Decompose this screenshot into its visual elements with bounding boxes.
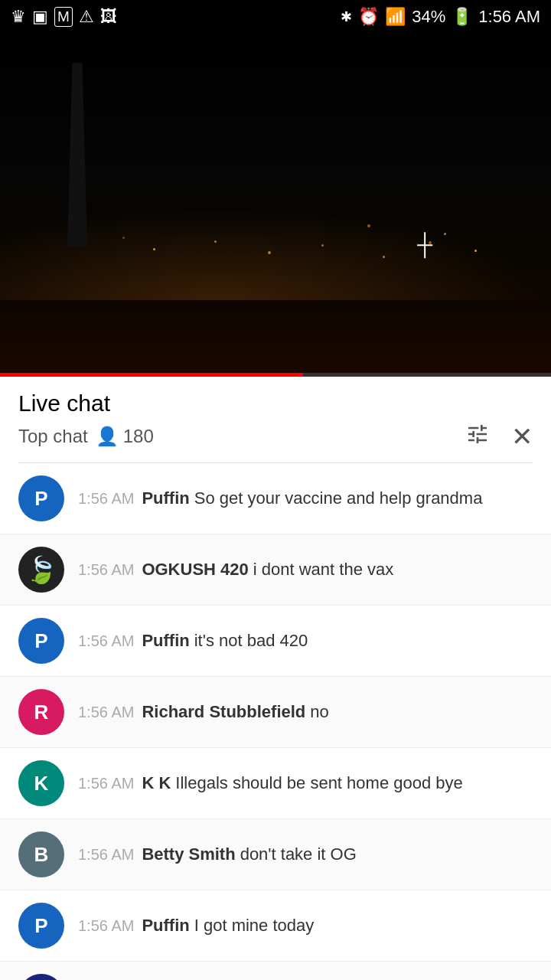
message-content: 1:56 AM OGKUSH 420 i dont want the vax	[78, 560, 533, 580]
message-time: 1:56 AM	[78, 490, 134, 508]
live-chat-header: Live chat Top chat 👤 180 ✕	[0, 377, 551, 463]
avatar: P	[18, 903, 64, 949]
live-chat-title: Live chat	[18, 390, 533, 416]
message-time: 1:56 AM	[78, 917, 134, 935]
message-author: Puffin	[142, 631, 189, 651]
video-progress-bar[interactable]	[0, 373, 551, 377]
message-text: i dont want the vax	[253, 560, 393, 580]
message-text: it's not bad 420	[194, 631, 308, 651]
avatar: I	[18, 974, 64, 980]
wifi-icon: 📶	[385, 7, 406, 27]
top-chat-info: Top chat 👤 180	[18, 426, 154, 447]
alarm-icon: ⏰	[358, 7, 379, 27]
avatar: P	[18, 475, 64, 521]
message-text: I got mine today	[194, 916, 315, 936]
avatar: B	[18, 831, 64, 877]
chat-message: P 1:56 AM Puffin it's not bad 420	[0, 606, 551, 677]
message-content: 1:56 AM Puffin I got mine today	[78, 916, 533, 936]
avatar: 🍃	[18, 547, 64, 593]
video-player[interactable]: ┼	[0, 34, 551, 377]
chat-message: I 1:56 AM lorie stieben how is he incomp…	[0, 962, 551, 980]
message-time: 1:56 AM	[78, 632, 134, 650]
video-background: ┼	[0, 34, 551, 377]
avatar: K	[18, 760, 64, 806]
chat-messages-list: P 1:56 AM Puffin So get your vaccine and…	[0, 463, 551, 980]
filter-button[interactable]	[465, 422, 490, 452]
m-icon: M	[54, 7, 73, 27]
message-content: 1:56 AM K K Illegals should be sent home…	[78, 773, 533, 793]
top-chat-label: Top chat	[18, 426, 88, 447]
battery-icon: 🔋	[452, 7, 472, 27]
city-lights	[0, 220, 551, 266]
chat-message: R 1:56 AM Richard Stubblefield no	[0, 677, 551, 748]
warning-icon: ⚠	[79, 7, 94, 27]
close-button[interactable]: ✕	[511, 421, 533, 452]
viewer-count: 👤 180	[96, 426, 154, 447]
video-progress-fill	[0, 373, 303, 377]
header-actions: ✕	[465, 421, 533, 452]
message-author: Puffin	[142, 916, 189, 936]
chat-message: P 1:56 AM Puffin So get your vaccine and…	[0, 463, 551, 534]
avatar: P	[18, 618, 64, 664]
message-content: 1:56 AM Puffin it's not bad 420	[78, 631, 533, 651]
message-author: K K	[142, 773, 171, 793]
crown-icon: ♛	[11, 7, 26, 27]
message-author: Richard Stubblefield	[142, 702, 305, 722]
message-author: Puffin	[142, 488, 189, 508]
chat-message: P 1:56 AM Puffin I got mine today	[0, 890, 551, 962]
message-text: don't take it OG	[240, 844, 357, 864]
bluetooth-icon: ✱	[341, 8, 352, 25]
message-content: 1:56 AM Richard Stubblefield no	[78, 702, 533, 722]
message-author: OGKUSH 420	[142, 560, 248, 580]
time-display: 1:56 AM	[478, 7, 540, 27]
message-text: Illegals should be sent home good bye	[175, 773, 462, 793]
image-icon: 🖼	[100, 7, 117, 27]
folder-icon: ▣	[32, 7, 48, 27]
message-content: 1:56 AM Betty Smith don't take it OG	[78, 844, 533, 864]
message-time: 1:56 AM	[78, 846, 134, 864]
message-time: 1:56 AM	[78, 704, 134, 721]
status-bar: ♛ ▣ M ⚠ 🖼 ✱ ⏰ 📶 34% 🔋 1:56 AM	[0, 0, 551, 34]
live-chat-subheader: Top chat 👤 180 ✕	[18, 421, 533, 463]
message-author: Betty Smith	[142, 844, 235, 864]
status-bar-left: ♛ ▣ M ⚠ 🖼	[11, 7, 117, 27]
chat-message: 🍃 1:56 AM OGKUSH 420 i dont want the vax	[0, 534, 551, 606]
live-chat-panel: Live chat Top chat 👤 180 ✕ P	[0, 377, 551, 980]
message-content: 1:56 AM Puffin So get your vaccine and h…	[78, 488, 533, 508]
battery-text: 34%	[412, 7, 445, 27]
message-time: 1:56 AM	[78, 561, 134, 579]
message-time: 1:56 AM	[78, 775, 134, 792]
avatar: R	[18, 689, 64, 735]
people-icon: 👤	[96, 426, 119, 447]
cursor-indicator: ┼	[417, 233, 432, 257]
message-text: no	[310, 702, 328, 722]
chat-message: B 1:56 AM Betty Smith don't take it OG	[0, 819, 551, 890]
status-bar-right: ✱ ⏰ 📶 34% 🔋 1:56 AM	[341, 7, 540, 27]
message-text: So get your vaccine and help grandma	[194, 488, 483, 508]
chat-message: K 1:56 AM K K Illegals should be sent ho…	[0, 748, 551, 819]
viewer-count-number: 180	[123, 426, 154, 447]
